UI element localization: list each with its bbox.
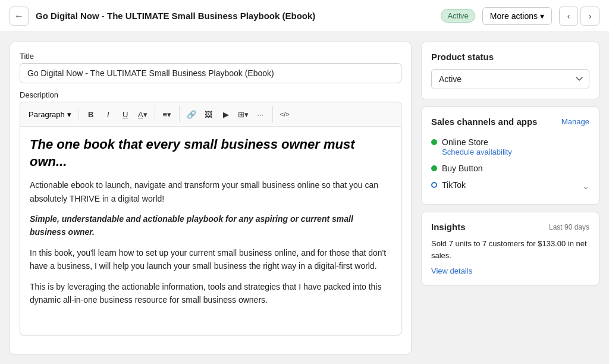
description-field-group: Description Paragraph ▾ B [20,90,401,335]
italic-button[interactable]: I [100,106,117,123]
editor-para-2: Simple, understandable and actionable pl… [30,212,391,239]
channel-buy-button-name: Buy Button [442,164,483,173]
bold-button[interactable]: B [83,106,99,123]
header: ← Go Digital Now - The ULTIMATE Small Bu… [0,0,609,32]
editor-para-4: This is by leveraging the actionable inf… [30,280,391,307]
paragraph-select[interactable]: Paragraph ▾ [25,109,75,120]
editor-para-1: Actionable ebook to launch, navigate and… [30,178,391,205]
channel-tiktok-info: TikTok [442,180,577,190]
sales-channels-header: Sales channels and apps Manage [431,117,589,127]
table-button[interactable]: ⊞▾ [235,106,252,123]
code-group: </> [277,106,297,123]
image-button[interactable]: 🖼 [200,106,217,123]
product-status-select[interactable]: Active Draft Archived [431,69,589,89]
back-icon: ← [14,11,24,21]
align-button[interactable]: ≡▾ [159,106,175,123]
back-button[interactable]: ← [10,7,29,26]
paragraph-label: Paragraph [29,110,65,119]
prev-button[interactable]: ‹ [559,7,578,26]
format-group: B I U A▾ [83,106,155,123]
left-panel: Title Description Paragraph ▾ B [10,42,412,354]
align-group: ≡▾ [159,106,180,123]
insights-period: Last 90 days [549,223,589,231]
sales-channels-card: Sales channels and apps Manage Online St… [421,106,599,205]
insights-header: Insights Last 90 days [431,222,589,232]
channel-dot-green [431,139,437,145]
channel-dot-outline [431,182,437,188]
main-content: Title Description Paragraph ▾ B [0,32,609,364]
prev-icon: ‹ [567,11,570,21]
sales-channels-title: Sales channels and apps [431,117,537,127]
editor-headline: The one book that every small business o… [30,136,391,170]
title-field-group: Title [20,52,401,83]
nav-arrows: ‹ › [559,7,599,26]
schedule-availability-link[interactable]: Schedule availability [442,148,589,156]
link-button[interactable]: 🔗 [183,106,200,123]
insights-card: Insights Last 90 days Sold 7 units to 7 … [421,212,599,285]
channel-tiktok-name: TikTok [442,180,466,190]
editor-body[interactable]: The one book that every small business o… [20,127,401,335]
insights-text: Sold 7 units to 7 customers for $133.00 … [431,238,589,261]
page-title: Go Digital Now - The ULTIMATE Small Busi… [36,11,434,21]
channel-name: Online Store [442,137,488,147]
channel-online-store-info: Online Store Schedule availability [442,137,589,156]
chevron-down-icon: ▾ [67,110,71,119]
product-status-card: Product status Active Draft Archived [421,42,599,99]
chevron-down-icon: ▾ [540,11,544,21]
product-status-title: Product status [431,52,589,62]
underline-button[interactable]: U [117,106,134,123]
more-actions-label: More actions [490,11,538,21]
channel-buy-button-info: Buy Button [442,164,589,173]
manage-link[interactable]: Manage [561,117,589,126]
channel-buy-button: Buy Button [431,160,589,177]
title-label: Title [20,52,401,61]
description-label: Description [20,90,401,99]
next-icon: › [589,11,592,21]
insights-title: Insights [431,222,466,232]
channel-tiktok: TikTok ⌄ [431,177,589,194]
insert-group: 🔗 🖼 ▶ ⊞▾ ··· [183,106,273,123]
next-button[interactable]: › [580,7,599,26]
more-actions-button[interactable]: More actions ▾ [482,7,552,25]
editor-toolbar: Paragraph ▾ B I U [20,102,401,127]
title-input[interactable] [20,63,401,83]
text-color-button[interactable]: A▾ [134,106,151,123]
paragraph-group: Paragraph ▾ [25,109,79,120]
more-insert-button[interactable]: ··· [252,106,269,123]
video-button[interactable]: ▶ [218,106,234,123]
chevron-down-icon[interactable]: ⌄ [582,181,589,191]
right-panel: Product status Active Draft Archived Sal… [421,42,599,354]
view-details-link[interactable]: View details [431,266,472,275]
channel-online-store: Online Store Schedule availability [431,134,589,160]
rich-text-editor: Paragraph ▾ B I U [20,102,401,335]
channel-dot-green-2 [431,165,437,171]
status-badge: Active [441,9,475,23]
editor-para-3: In this book, you'll learn how to set up… [30,246,391,273]
code-button[interactable]: </> [277,106,293,123]
